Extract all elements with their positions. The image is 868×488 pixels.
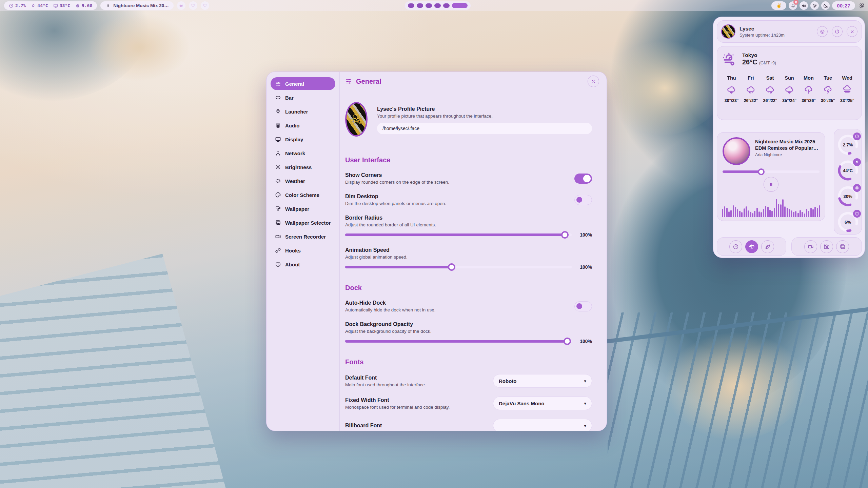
volume-button[interactable] <box>800 1 808 10</box>
tray-heart-button-2[interactable]: ♡ <box>201 1 209 10</box>
night-light-button[interactable] <box>821 1 830 10</box>
close-panel-button[interactable] <box>847 26 857 37</box>
forecast-day: Mon36°/26° <box>799 75 818 103</box>
forecast-day: Wed33°/25° <box>837 75 857 103</box>
sidebar-item-general[interactable]: General <box>271 77 335 90</box>
weather-city: Tokyo <box>742 52 776 58</box>
sidebar-item-label: Network <box>285 150 305 156</box>
profile-path-input[interactable] <box>377 123 592 134</box>
power-button[interactable] <box>832 26 843 37</box>
pause-button[interactable] <box>764 177 778 192</box>
gauge-icon <box>733 244 739 250</box>
workspace-indicator[interactable] <box>405 1 471 10</box>
fixed-width-font-setting: Fixed Width Font Monospace font used for… <box>345 396 592 410</box>
profile-powersaver-button[interactable] <box>761 240 774 253</box>
media-pill[interactable]: Nightcore Music Mix 20… <box>100 1 174 10</box>
sidebar-item-hooks[interactable]: Hooks <box>271 244 335 257</box>
border-radius-slider[interactable] <box>345 233 572 236</box>
sidebar-item-wallpaper[interactable]: Wallpaper <box>271 202 335 215</box>
dock-opacity-slider[interactable] <box>345 340 572 343</box>
sidebar-item-launcher[interactable]: Launcher <box>271 105 335 118</box>
setting-title: Dim Desktop <box>345 194 566 200</box>
memory-gauge: 30% <box>837 185 859 207</box>
workspace-dot[interactable] <box>408 3 414 8</box>
wallpaper-gallery-button[interactable] <box>836 240 849 253</box>
workspace-dot[interactable] <box>434 3 441 8</box>
slider-thumb[interactable] <box>561 231 569 239</box>
flame-icon <box>853 158 861 166</box>
gauge-icon <box>9 3 14 8</box>
notifications-button[interactable]: 8 <box>789 1 797 10</box>
cpu-temp-stat: 44°C <box>31 3 48 8</box>
dashboard-button[interactable] <box>857 1 866 10</box>
sidebar-item-network[interactable]: Network <box>271 147 335 160</box>
clock[interactable]: 00:27 <box>832 1 855 10</box>
auto-hide-dock-toggle[interactable] <box>574 301 592 311</box>
volume-icon <box>801 3 807 8</box>
sidebar-item-screen-recorder[interactable]: Screen Recorder <box>271 230 335 243</box>
forecast-day: Sun35°/24° <box>780 75 799 103</box>
fixed-width-font-dropdown[interactable]: DejaVu Sans Mono ▾ <box>493 396 592 410</box>
sliders-icon <box>345 78 352 85</box>
setting-title: Default Font <box>345 375 485 381</box>
tray-skull-button[interactable]: ☠ <box>177 1 185 10</box>
slider-thumb[interactable] <box>758 168 765 175</box>
track-title: Nightcore Music Mix 2025 EDM Remixes of … <box>755 139 820 151</box>
sidebar-item-label: Screen Recorder <box>285 234 326 240</box>
palette-icon <box>275 192 281 198</box>
tray-hand-button[interactable]: ✌ <box>771 1 786 10</box>
dim-desktop-toggle[interactable] <box>574 195 592 205</box>
workspace-dot[interactable] <box>417 3 423 8</box>
screenshot-button[interactable] <box>820 240 833 253</box>
workspace-active-pill[interactable] <box>452 3 468 8</box>
sidebar-item-wallpaper-selector[interactable]: Wallpaper Selector <box>271 216 335 229</box>
workspace-dot[interactable] <box>426 3 432 8</box>
leaf-icon <box>765 244 771 250</box>
system-stats-pill[interactable]: 2.7% 44°C 38°C 9.6G <box>4 1 97 10</box>
haze-sun-icon <box>722 51 737 67</box>
setting-description: Dim the desktop when panels or menus are… <box>345 201 566 206</box>
memory-stat: 9.6G <box>75 3 92 8</box>
slider-thumb[interactable] <box>564 338 571 345</box>
media-progress-slider[interactable] <box>723 170 820 173</box>
top-bar: 2.7% 44°C 38°C 9.6G Nightcore Music Mix … <box>0 0 868 11</box>
media-pill-label: Nightcore Music Mix 20… <box>113 3 169 8</box>
setting-title: Auto-Hide Dock <box>345 300 566 306</box>
tray-heart-button[interactable]: ♡ <box>189 1 197 10</box>
sidebar-item-about[interactable]: About <box>271 258 335 271</box>
chip-icon <box>853 184 861 192</box>
display-icon <box>275 136 281 142</box>
profile-performance-button[interactable] <box>729 240 742 253</box>
avatar: ☠ <box>721 24 735 39</box>
default-font-dropdown[interactable]: Roboto ▾ <box>493 374 592 388</box>
sidebar-item-color-scheme[interactable]: Color Scheme <box>271 188 335 201</box>
forecast-day: Tue30°/25° <box>818 75 837 103</box>
animation-speed-slider[interactable] <box>345 266 572 268</box>
forecast-day: Fri26°/22° <box>741 75 761 103</box>
settings-button[interactable] <box>817 26 828 37</box>
profile-balanced-button[interactable] <box>745 240 758 253</box>
slider-thumb[interactable] <box>448 263 455 271</box>
sidebar-item-weather[interactable]: Weather <box>271 175 335 187</box>
sidebar-item-label: About <box>285 262 300 267</box>
info-icon <box>275 261 281 267</box>
network-icon <box>275 150 281 156</box>
dropdown-value: DejaVu Sans Mono <box>499 401 581 406</box>
sidebar-item-display[interactable]: Display <box>271 133 335 146</box>
sidebar-item-audio[interactable]: Audio <box>271 119 335 132</box>
sidebar-item-label: Color Scheme <box>285 192 319 198</box>
show-corners-toggle[interactable] <box>574 174 592 184</box>
close-button[interactable] <box>588 76 599 87</box>
workspace-dot[interactable] <box>443 3 450 8</box>
sidebar-item-bar[interactable]: Bar <box>271 91 335 104</box>
settings-header: General <box>340 72 607 91</box>
chevron-down-icon: ▾ <box>584 423 586 428</box>
power-icon <box>834 29 840 34</box>
billboard-font-dropdown[interactable]: ▾ <box>493 419 592 431</box>
sidebar-item-label: Hooks <box>285 248 301 253</box>
user-name: Lysec <box>739 26 813 32</box>
screen-recorder-button[interactable] <box>804 240 817 253</box>
camera-off-icon <box>824 244 830 250</box>
sidebar-item-brightness[interactable]: Brightness <box>271 161 335 174</box>
brightness-button[interactable] <box>810 1 819 10</box>
